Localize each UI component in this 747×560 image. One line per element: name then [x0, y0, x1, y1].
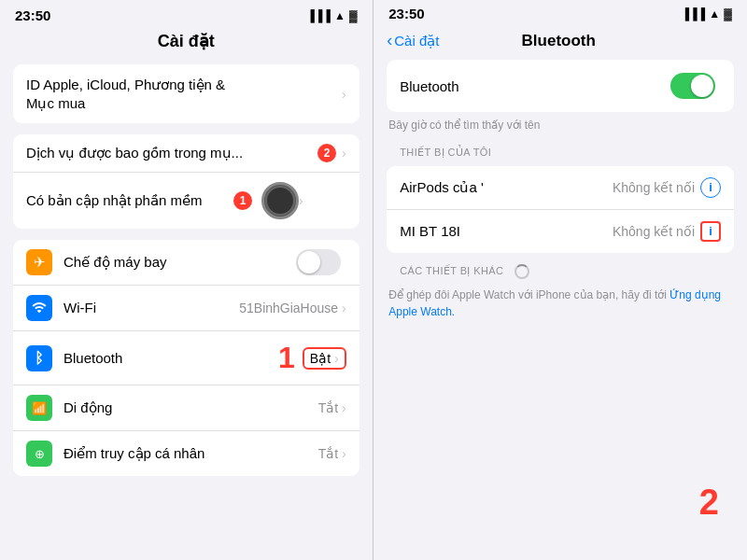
airpods-item[interactable]: AirPods của ' Không kết nối i	[387, 166, 734, 210]
services-label: Dịch vụ được bao gồm trong mụ...	[26, 144, 317, 162]
wifi-status-icon: ▲	[334, 9, 345, 22]
mibt-info-icon[interactable]: i	[700, 221, 721, 242]
right-nav-header: ‹ Cài đặt Bluetooth	[374, 23, 747, 56]
software-chevron: ›	[299, 193, 303, 208]
wifi-icon	[26, 295, 52, 321]
hotspot-value: Tắt	[318, 446, 338, 461]
bluetooth-value: Bật	[310, 351, 331, 366]
cellular-item[interactable]: 📶 Di động Tắt ›	[13, 385, 359, 431]
airpods-info-icon[interactable]: i	[700, 177, 721, 198]
left-nav-title: Cài đặt	[0, 27, 373, 59]
left-status-time: 23:50	[15, 7, 50, 23]
hotspot-chevron: ›	[342, 446, 346, 461]
right-status-bar: 23:50 ▐▐▐ ▲ ▓	[374, 0, 747, 23]
wifi-item[interactable]: Wi-Fi 51BinhGiaHouse ›	[13, 286, 359, 331]
airplane-label: Chế độ máy bay	[63, 253, 296, 272]
services-chevron: ›	[342, 146, 346, 161]
right-signal-icon: ▐▐▐	[682, 7, 706, 21]
bluetooth-toggle-knob	[691, 75, 713, 97]
airplane-item[interactable]: ✈ Chế độ máy bay	[13, 240, 359, 286]
software-update-label: Có bản cập nhật phần mềm	[26, 191, 233, 210]
icloud-chevron: ›	[342, 87, 346, 102]
services-group: Dịch vụ được bao gồm trong mụ... 2 › Có …	[13, 134, 359, 229]
signal-icon: ▐▐▐	[307, 9, 331, 22]
apple-watch-note: Để ghép đôi Apple Watch với iPhone của b…	[374, 283, 747, 328]
connectivity-group: ✈ Chế độ máy bay Wi-Fi 51BinhGiaHouse › …	[13, 240, 359, 476]
bluetooth-chevron: ›	[334, 351, 339, 366]
cellular-label: Di động	[63, 399, 318, 417]
right-status-icons: ▐▐▐ ▲ ▓	[682, 7, 732, 21]
bluetooth-note: Bây giờ có thể tìm thấy với tên	[374, 116, 747, 139]
right-panel: 23:50 ▐▐▐ ▲ ▓ ‹ Cài đặt Bluetooth Blueto…	[374, 0, 747, 560]
back-label: Cài đặt	[394, 33, 439, 49]
airpods-label: AirPods của '	[400, 179, 613, 196]
my-devices-header: THIẾT BỊ CỦA TÔI	[374, 139, 747, 162]
icloud-item[interactable]: ID Apple, iCloud, Phương tiện &Mục mua ›	[13, 64, 359, 123]
airplane-icon: ✈	[26, 249, 52, 275]
left-status-icons: ▐▐▐ ▲ ▓	[307, 9, 358, 22]
bluetooth-settings-item[interactable]: ᛒ Bluetooth 1 Bật ›	[13, 331, 359, 385]
mibt-item[interactable]: MI BT 18I Không kết nối i	[387, 210, 734, 253]
wifi-chevron: ›	[342, 301, 346, 315]
loading-spinner	[514, 264, 529, 279]
cellular-icon: 📶	[26, 395, 52, 421]
home-button[interactable]	[261, 182, 299, 219]
services-item[interactable]: Dịch vụ được bao gồm trong mụ... 2 ›	[13, 134, 359, 173]
software-badge: 1	[233, 191, 252, 210]
icloud-group: ID Apple, iCloud, Phương tiện &Mục mua ›	[13, 64, 359, 123]
number-2-label: 2	[699, 483, 719, 523]
software-update-item[interactable]: Có bản cập nhật phần mềm 1 ›	[13, 173, 359, 229]
bluetooth-settings-label: Bluetooth	[63, 349, 278, 368]
my-devices-group: AirPods của ' Không kết nối i MI BT 18I …	[387, 166, 734, 253]
hotspot-icon: ⊕	[26, 441, 52, 467]
right-status-time: 23:50	[388, 6, 424, 21]
services-badge: 2	[317, 144, 336, 162]
right-page-title: Bluetooth	[439, 32, 678, 50]
wifi-value: 51BinhGiaHouse	[239, 301, 338, 315]
airpods-value: Không kết nối	[613, 180, 695, 195]
home-inner	[265, 186, 295, 216]
cellular-value: Tắt	[318, 400, 338, 415]
mibt-value: Không kết nối	[613, 224, 695, 239]
wifi-label: Wi-Fi	[63, 299, 239, 317]
airplane-toggle-knob	[298, 251, 320, 273]
bluetooth-toggle-row[interactable]: Bluetooth	[387, 60, 734, 112]
hotspot-item[interactable]: ⊕ Điểm truy cập cá nhân Tắt ›	[13, 431, 359, 476]
icloud-text: ID Apple, iCloud, Phương tiện &Mục mua	[26, 76, 342, 112]
left-panel: 23:50 ▐▐▐ ▲ ▓ Cài đặt ID Apple, iCloud, …	[0, 0, 374, 560]
other-devices-header: CÁC THIẾT BỊ KHÁC	[374, 257, 747, 283]
bluetooth-row-label: Bluetooth	[400, 78, 670, 94]
cellular-chevron: ›	[342, 400, 346, 415]
airplane-toggle[interactable]	[296, 249, 341, 275]
bluetooth-toggle-group: Bluetooth	[387, 60, 734, 112]
left-status-bar: 23:50 ▐▐▐ ▲ ▓	[0, 0, 373, 27]
hotspot-label: Điểm truy cập cá nhân	[63, 444, 318, 463]
bluetooth-value-highlight: Bật ›	[303, 347, 346, 370]
right-battery-icon: ▓	[724, 7, 732, 21]
bluetooth-toggle[interactable]	[670, 73, 715, 99]
mibt-label: MI BT 18I	[400, 223, 613, 239]
back-button[interactable]: ‹ Cài đặt	[387, 31, 439, 50]
right-wifi-icon: ▲	[709, 7, 720, 21]
bluetooth-settings-icon: ᛒ	[26, 345, 52, 371]
number-1-label: 1	[278, 341, 295, 375]
battery-icon: ▓	[349, 9, 358, 22]
back-chevron-icon: ‹	[387, 31, 392, 50]
